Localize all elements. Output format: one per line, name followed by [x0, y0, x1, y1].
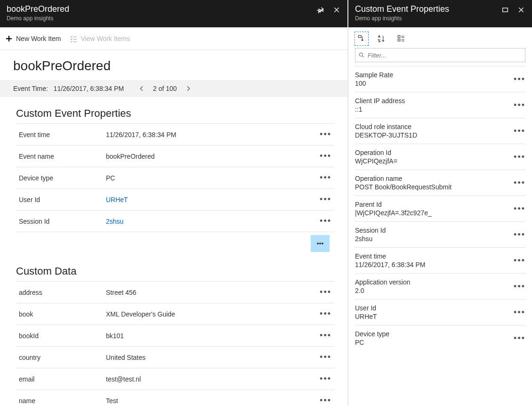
section-actions-icon[interactable]: •••	[311, 235, 330, 252]
row-actions-icon[interactable]: •••	[514, 230, 525, 240]
chevron-left-icon[interactable]	[138, 85, 145, 92]
property-key: country	[16, 347, 103, 368]
property-row: nameTest•••	[16, 390, 334, 406]
property-section: Custom DataaddressStreet 456•••bookXML D…	[0, 255, 347, 406]
row-actions-icon[interactable]: •••	[514, 152, 525, 162]
property-key: Application version	[355, 278, 514, 286]
row-actions-icon[interactable]: •••	[514, 126, 525, 136]
property-row: Sample Rate100•••	[355, 66, 525, 92]
property-row: countryUnited States•••	[16, 347, 334, 368]
event-time-label: Event Time:	[13, 85, 48, 92]
row-actions-icon[interactable]: •••	[514, 204, 525, 214]
left-header: bookPreOrdered Demo app insights	[0, 0, 347, 27]
svg-rect-3	[398, 39, 400, 41]
pin-icon[interactable]	[316, 6, 325, 14]
row-actions-icon[interactable]: •••	[320, 173, 331, 182]
row-actions-icon[interactable]: •••	[514, 333, 525, 343]
property-value: test@test.nl	[103, 368, 311, 390]
property-value: ::1	[355, 106, 514, 113]
property-key: Event name	[16, 146, 103, 167]
property-value: PC	[355, 339, 514, 346]
property-key: User Id	[355, 304, 514, 312]
property-value-link[interactable]: URHeT	[103, 189, 311, 211]
property-value: 11/26/2017, 6:38:34 PM	[355, 261, 514, 268]
event-time-nav: Event Time: 11/26/2017, 6:38:34 PM 2 of …	[0, 80, 347, 97]
row-actions-icon[interactable]: •••	[514, 256, 525, 266]
chevron-right-icon[interactable]	[185, 85, 192, 92]
row-actions-icon[interactable]: •••	[320, 352, 331, 362]
property-key: Device type	[16, 167, 103, 189]
new-work-item-button[interactable]: New Work Item	[5, 34, 61, 43]
right-scroll-area[interactable]: Sample Rate100•••Client IP address::1•••…	[348, 66, 532, 406]
sort-alpha-icon[interactable]	[375, 32, 388, 45]
row-actions-icon[interactable]: •••	[514, 178, 525, 188]
right-toolbar	[348, 27, 532, 48]
left-header-title: bookPreOrdered	[7, 4, 69, 14]
property-value: PC	[103, 167, 311, 189]
property-key: Operation name	[355, 175, 514, 182]
property-key: Client IP address	[355, 97, 514, 105]
left-scroll-area[interactable]: bookPreOrdered Event Time: 11/26/2017, 6…	[0, 50, 347, 406]
property-key: Operation Id	[355, 149, 514, 156]
property-row: Event namebookPreOrdered•••	[16, 146, 334, 167]
close-icon[interactable]	[332, 6, 341, 14]
property-key: User Id	[16, 189, 103, 211]
property-value: 2.0	[355, 287, 514, 294]
filter-box[interactable]	[355, 48, 525, 62]
property-row: addressStreet 456•••	[16, 282, 334, 303]
row-actions-icon[interactable]: •••	[514, 74, 525, 84]
property-row: Client IP address::1•••	[355, 92, 525, 118]
row-actions-icon[interactable]: •••	[320, 151, 331, 161]
filter-input[interactable]	[368, 52, 522, 59]
row-actions-icon[interactable]: •••	[320, 331, 331, 340]
row-actions-icon[interactable]: •••	[514, 308, 525, 317]
row-actions-icon[interactable]: •••	[320, 396, 331, 405]
property-value-link[interactable]: 2shsu	[103, 211, 311, 232]
property-value: United States	[103, 347, 311, 368]
row-actions-icon[interactable]: •••	[320, 309, 331, 318]
property-row: Session Id2shsu•••	[16, 211, 334, 232]
property-row: Cloud role instanceDESKTOP-3UJTS1D•••	[355, 118, 525, 144]
svg-rect-0	[503, 8, 508, 12]
search-icon	[358, 52, 365, 58]
property-row: emailtest@test.nl•••	[16, 368, 334, 390]
property-row: Session Id2shsu•••	[355, 221, 525, 247]
property-value: DESKTOP-3UJTS1D	[355, 131, 514, 139]
row-actions-icon[interactable]: •••	[320, 216, 331, 226]
pager-text: 2 of 100	[153, 85, 177, 92]
property-value: 100	[355, 80, 514, 87]
maximize-icon[interactable]	[501, 6, 509, 14]
svg-rect-1	[358, 35, 361, 38]
row-actions-icon[interactable]: •••	[320, 195, 331, 204]
property-row: Operation namePOST Book/BookRequestSubmi…	[355, 170, 525, 195]
property-value: bk101	[103, 325, 311, 347]
property-key: Device type	[355, 330, 514, 338]
property-value: WjCPIQezjfA=	[355, 157, 514, 165]
row-actions-icon[interactable]: •••	[320, 287, 331, 297]
section-title: Custom Data	[16, 265, 334, 277]
properties-pane: Custom Event Properties Demo app insight…	[348, 0, 532, 406]
property-value: Street 456	[103, 282, 311, 303]
section-title: Custom Event Properties	[16, 107, 334, 120]
group-icon[interactable]	[395, 32, 408, 45]
row-actions-icon[interactable]: •••	[320, 130, 331, 139]
property-key: address	[16, 282, 103, 303]
property-key: Session Id	[355, 227, 514, 234]
view-work-items-button: View Work Items	[69, 34, 130, 43]
property-key: Event time	[355, 252, 514, 260]
property-key: Cloud role instance	[355, 123, 514, 130]
close-icon[interactable]	[517, 6, 525, 14]
property-value: bookPreOrdered	[103, 146, 311, 167]
property-section: Custom Event PropertiesEvent time11/26/2…	[0, 97, 347, 255]
row-actions-icon[interactable]: •••	[320, 374, 331, 383]
right-header-title: Custom Event Properties	[355, 4, 449, 14]
property-value: Test	[103, 390, 311, 406]
property-key: Event time	[16, 124, 103, 146]
toolbar: New Work Item View Work Items	[0, 27, 347, 50]
row-actions-icon[interactable]: •••	[514, 282, 525, 292]
property-key: name	[16, 390, 103, 406]
row-actions-icon[interactable]: •••	[514, 100, 525, 110]
page-title: bookPreOrdered	[0, 50, 347, 80]
sort-default-icon[interactable]	[355, 32, 368, 45]
property-row: Device typePC•••	[16, 167, 334, 189]
